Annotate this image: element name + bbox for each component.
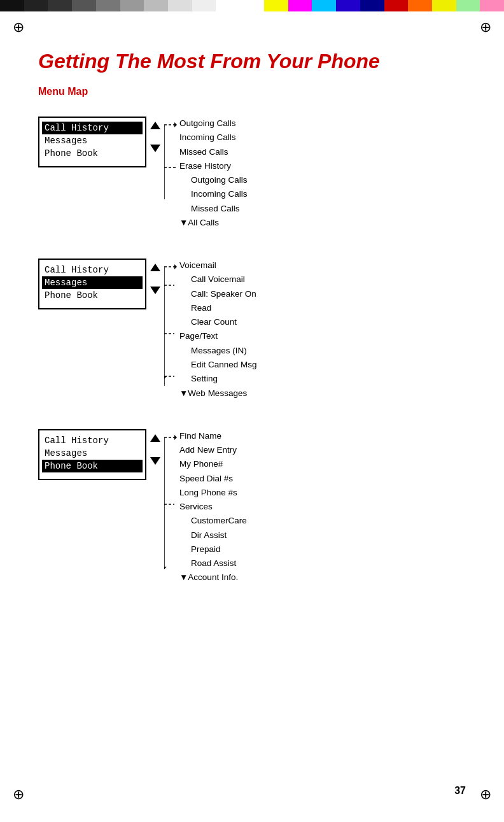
tree-lines-svg-2 [164,259,177,386]
tree-svg-3: Find Name Add New Entry My Phone# Speed … [164,429,247,585]
menu-item-messages-1: Messages [45,134,140,147]
tree-item-read: Read [191,301,257,315]
tree-item-find-name: Find Name [179,429,247,443]
tree-svg-1: Outgoing Calls Incoming Calls Missed Cal… [164,117,248,230]
menu-item-call-history-2: Call History [45,264,140,276]
swatch-5 [96,0,120,11]
tree-content-3: Find Name Add New Entry My Phone# Speed … [164,429,247,585]
menu-section-1: Call History Messages Phone Book [38,117,466,230]
tree-item-myphone: My Phone# [179,457,247,471]
tree-item-incoming2: Incoming Calls [191,187,248,201]
swatch-8 [168,0,192,11]
tree-item-web-messages: ▼Web Messages [179,386,257,400]
tree-item-outgoing: Outgoing Calls [179,117,248,131]
tree-labels-2: Voicemail Call Voicemail Call: Speaker O… [179,259,257,400]
menu-item-call-history-1: Call History [42,122,143,134]
tree-item-add-entry: Add New Entry [179,443,247,457]
swatch-1 [0,0,24,11]
swatch-blue [336,0,360,11]
arrow-down-icon-2 [150,287,160,294]
tree-item-messages-in: Messages (IN) [191,344,257,358]
swatch-2 [24,0,48,11]
tree-item-prepaid: Prepaid [191,542,247,556]
swatch-11 [240,0,264,11]
arrow-down-icon-3 [150,457,160,465]
arrow-up-icon-3 [150,434,160,442]
swatch-darkblue [360,0,384,11]
swatch-10 [216,0,240,11]
swatch-6 [120,0,144,11]
arrow-up-icon-2 [150,264,160,271]
nav-arrows-2 [146,259,164,299]
swatch-cyan [312,0,336,11]
menu-tree-row-2: Call History Messages Phone Book [38,259,466,400]
tree-labels-3: Find Name Add New Entry My Phone# Speed … [179,429,247,585]
swatch-4 [72,0,96,11]
swatch-yellow2 [432,0,456,11]
menu-box-1: Call History Messages Phone Book [38,117,146,167]
tree-item-allcalls: ▼All Calls [179,216,248,230]
tree-lines-svg-3 [164,429,177,569]
color-bar-top [0,0,504,11]
tree-visual-1: Outgoing Calls Incoming Calls Missed Cal… [179,117,248,230]
tree-content-1: Outgoing Calls Incoming Calls Missed Cal… [164,117,248,230]
reg-mark-bl: ⊕ [13,786,24,803]
tree-visual-2: Voicemail Call Voicemail Call: Speaker O… [179,259,257,400]
menu-item-phonebook-2: Phone Book [45,289,140,302]
tree-item-call-voicemail: Call Voicemail [191,273,257,287]
menu-item-messages-3: Messages [45,447,140,460]
svg-marker-1 [174,122,177,127]
page-title: Getting The Most From Your Phone [38,50,466,73]
tree-item-voicemail: Voicemail [179,259,257,273]
swatch-3 [48,0,72,11]
reg-mark-br: ⊕ [480,786,491,803]
tree-lines-svg-1 [164,117,177,199]
tree-item-setting: Setting [191,372,257,386]
menu-item-messages-2: Messages [42,276,143,289]
page-content: Getting The Most From Your Phone Menu Ma… [0,11,504,652]
nav-arrows-1 [146,117,164,157]
swatch-green [456,0,480,11]
menu-box-3: Call History Messages Phone Book [38,429,146,480]
swatch-9 [192,0,216,11]
menu-section-2: Call History Messages Phone Book [38,259,466,400]
tree-item-call-speaker: Call: Speaker On [191,287,257,301]
tree-item-dirassist: Dir Assist [191,528,247,542]
arrow-up-icon-1 [150,122,160,129]
menu-item-phonebook-1: Phone Book [45,147,140,160]
nav-arrows-3 [146,429,164,470]
section-title: Menu Map [38,86,466,97]
swatch-yellow [264,0,288,11]
tree-item-speeddial: Speed Dial #s [179,472,247,486]
menu-box-2: Call History Messages Phone Book [38,259,146,309]
tree-item-longphone: Long Phone #s [179,486,247,500]
menu-item-call-history-3: Call History [45,434,140,447]
tree-item-roadassist: Road Assist [191,556,247,570]
arrow-down-icon-1 [150,145,160,152]
reg-mark-tl: ⊕ [13,19,24,36]
tree-item-pagetext: Page/Text [179,329,257,343]
tree-item-clear-count: Clear Count [191,315,257,329]
tree-item-accountinfo: ▼Account Info. [179,570,247,585]
menu-tree-row-3: Call History Messages Phone Book [38,429,466,585]
menu-item-phonebook-3: Phone Book [42,460,143,472]
tree-visual-3: Find Name Add New Entry My Phone# Speed … [179,429,247,585]
tree-item-missed2: Missed Calls [191,202,248,216]
tree-item-edit-canned: Edit Canned Msg [191,358,257,372]
tree-labels-1: Outgoing Calls Incoming Calls Missed Cal… [179,117,248,230]
svg-marker-7 [174,264,177,269]
menu-tree-row-1: Call History Messages Phone Book [38,117,466,230]
tree-item-outgoing2: Outgoing Calls [191,173,248,187]
tree-item-services: Services [179,500,247,514]
swatch-7 [144,0,168,11]
swatch-red [384,0,409,11]
swatch-magenta [288,0,312,11]
swatch-pink [480,0,504,11]
tree-item-customercare: CustomerCare [191,514,247,528]
tree-content-2: Voicemail Call Voicemail Call: Speaker O… [164,259,257,400]
svg-marker-14 [174,435,177,440]
tree-item-incoming: Incoming Calls [179,131,248,145]
reg-mark-tr: ⊕ [480,19,491,36]
menu-section-3: Call History Messages Phone Book [38,429,466,585]
tree-item-erase: Erase History [179,159,248,173]
